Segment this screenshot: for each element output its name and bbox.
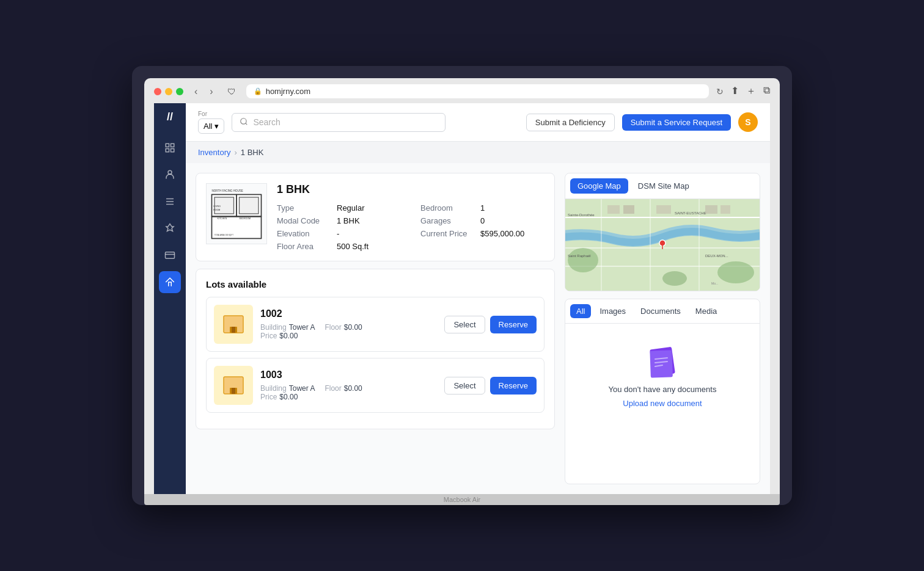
details-grid: Type Regular Bedroom 1 Modal Code xyxy=(277,203,544,251)
floor-plan-image: NORTH FACING HOUSE KITCHEN BEDR xyxy=(206,183,267,244)
svg-rect-15 xyxy=(240,197,259,214)
refresh-icon[interactable]: ↻ xyxy=(716,87,724,96)
svg-line-8 xyxy=(246,123,248,125)
traffic-light-red[interactable] xyxy=(154,88,161,95)
new-tab-icon[interactable]: ＋ xyxy=(746,85,756,98)
tab-media[interactable]: Media xyxy=(689,304,723,318)
header-right: Submit a Deficiency Submit a Service Req… xyxy=(526,112,758,132)
upload-link[interactable]: Upload new document xyxy=(623,399,702,408)
svg-rect-1 xyxy=(171,144,174,147)
reserve-button-1003[interactable]: Reserve xyxy=(490,377,537,395)
share-icon[interactable]: ⬆ xyxy=(731,85,739,98)
sidebar-item-users[interactable] xyxy=(159,164,181,186)
tab-images[interactable]: Images xyxy=(593,304,632,318)
lot-price-1002: Price $0.00 xyxy=(260,332,298,340)
breadcrumb-current: 1 BHK xyxy=(241,148,264,157)
docs-card: All Images Documents Media xyxy=(565,299,760,484)
svg-text:Sainte-Dorothée: Sainte-Dorothée xyxy=(568,213,595,217)
sidebar-item-reports[interactable] xyxy=(159,191,181,213)
map-card: Google Map DSM Site Map xyxy=(565,173,760,291)
submit-deficiency-button[interactable]: Submit a Deficiency xyxy=(526,114,615,131)
property-details: 1 BHK Type Regular Bedroom 1 xyxy=(277,183,544,251)
tab-all[interactable]: All xyxy=(570,304,591,318)
svg-rect-3 xyxy=(171,149,174,152)
select-button-1002[interactable]: Select xyxy=(444,316,485,333)
tab-documents[interactable]: Documents xyxy=(634,304,687,318)
lot-actions-1003: Select Reserve xyxy=(444,377,537,395)
lot-image-1002 xyxy=(214,305,253,344)
tab-google-map[interactable]: Google Map xyxy=(570,178,628,194)
lot-image-1003 xyxy=(214,366,253,405)
property-section: NORTH FACING HOUSE KITCHEN BEDR xyxy=(196,173,555,484)
docs-empty-icon xyxy=(644,343,681,380)
svg-rect-41 xyxy=(623,205,634,214)
sidebar-item-rocket[interactable] xyxy=(159,217,181,239)
lot-info-1003: 1003 Building Tower A Floor $0 xyxy=(260,369,437,401)
svg-point-25 xyxy=(234,329,235,330)
detail-type: Type Regular xyxy=(277,203,401,213)
detail-elevation: Elevation - xyxy=(277,229,401,238)
submit-service-button[interactable]: Submit a Service Request xyxy=(622,114,731,131)
sidebar-item-dashboard[interactable] xyxy=(159,137,181,159)
svg-text:BEDROOM: BEDROOM xyxy=(240,217,251,220)
lot-number-1002: 1002 xyxy=(260,308,437,319)
docs-tabs: All Images Documents Media xyxy=(565,299,760,324)
detail-modal-code: Modal Code 1 BHK xyxy=(277,216,401,225)
search-placeholder: Search xyxy=(253,117,280,127)
lot-actions-1002: Select Reserve xyxy=(444,316,537,333)
svg-point-7 xyxy=(241,118,246,123)
for-value: All xyxy=(204,122,212,131)
lot-number-1003: 1003 xyxy=(260,369,437,380)
sidebar-logo: // xyxy=(167,111,173,123)
breadcrumb: Inventory › 1 BHK xyxy=(186,142,770,163)
svg-rect-40 xyxy=(607,205,620,214)
docs-empty-text: You don't have any documents xyxy=(609,385,717,394)
detail-floor-area: Floor Area 500 Sq.ft xyxy=(277,242,401,251)
svg-rect-53 xyxy=(650,350,673,377)
svg-point-4 xyxy=(168,170,172,174)
lots-title: Lots available xyxy=(206,279,544,289)
svg-rect-2 xyxy=(166,149,169,152)
laptop-base: Macbook Air xyxy=(144,494,780,505)
svg-text:ROOM: ROOM xyxy=(213,209,220,211)
detail-current-price: Current Price $595,000.00 xyxy=(420,229,544,238)
svg-text:Mo...: Mo... xyxy=(711,282,718,285)
right-panel: Google Map DSM Site Map xyxy=(565,173,760,484)
lot-floor-1002: Floor $0.00 xyxy=(324,323,362,332)
header: For All ▾ Search Submit a Deficiency xyxy=(186,103,770,142)
svg-rect-42 xyxy=(656,205,671,214)
svg-rect-5 xyxy=(166,252,175,259)
lot-card-1002: 1002 Building Tower A Floor $0 xyxy=(206,297,544,352)
svg-rect-0 xyxy=(166,144,169,147)
address-bar[interactable]: 🔒 homjrny.com xyxy=(246,84,709,98)
avatar[interactable]: S xyxy=(738,112,758,132)
laptop-label: Macbook Air xyxy=(444,496,481,503)
property-card: NORTH FACING HOUSE KITCHEN BEDR xyxy=(196,173,555,261)
sidebar-item-home[interactable] xyxy=(159,271,181,293)
breadcrumb-inventory[interactable]: Inventory xyxy=(198,148,230,157)
property-title: 1 BHK xyxy=(277,183,544,196)
traffic-light-yellow[interactable] xyxy=(165,88,172,95)
detail-bedroom: Bedroom 1 xyxy=(420,203,544,213)
back-button[interactable]: ‹ xyxy=(191,85,201,98)
lot-meta-1003: Building Tower A Floor $0.00 xyxy=(260,384,437,393)
for-label: For xyxy=(198,111,224,117)
traffic-light-green[interactable] xyxy=(176,88,183,95)
tabs-icon[interactable]: ⧉ xyxy=(763,85,770,98)
detail-garages: Garages 0 xyxy=(420,216,544,225)
for-select-wrapper: For All ▾ xyxy=(198,111,224,134)
search-bar[interactable]: Search xyxy=(232,113,446,132)
sidebar-item-card[interactable] xyxy=(159,244,181,266)
select-button-1003[interactable]: Select xyxy=(444,377,485,395)
lot-price-1003: Price $0.00 xyxy=(260,393,298,401)
lock-icon: 🔒 xyxy=(254,87,262,95)
tab-dsm-site[interactable]: DSM Site Map xyxy=(631,178,697,194)
forward-button[interactable]: › xyxy=(206,85,216,98)
lot-floor-1003: Floor $0.00 xyxy=(324,384,362,393)
breadcrumb-separator: › xyxy=(234,148,237,157)
reserve-button-1002[interactable]: Reserve xyxy=(490,316,537,333)
svg-text:KITCHEN: KITCHEN xyxy=(218,217,227,220)
svg-text:DEUX-MON...: DEUX-MON... xyxy=(705,254,728,258)
chevron-down-icon: ▾ xyxy=(215,122,219,131)
for-select[interactable]: All ▾ xyxy=(198,118,224,134)
